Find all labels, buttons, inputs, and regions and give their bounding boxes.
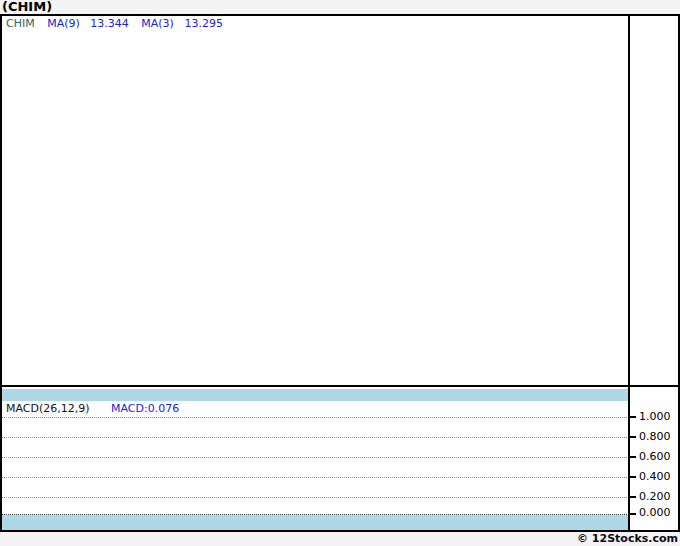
copyright-text: © 12Stocks.com (577, 532, 678, 545)
ma9-label: MA(9) (47, 17, 80, 30)
y-tick (630, 476, 636, 478)
separator-band-top (2, 389, 629, 401)
y-tick-label: 0.400 (639, 470, 671, 484)
ma3-value: 13.295 (184, 17, 223, 30)
symbol-label: CHIM (6, 17, 35, 30)
y-tick-label: 0.200 (639, 490, 671, 504)
y-tick (630, 416, 636, 418)
gridline-0.600 (2, 457, 629, 458)
y-tick (630, 456, 636, 458)
y-tick-label: 0.000 (639, 506, 671, 520)
y-tick (630, 496, 636, 498)
gridline-0.800 (2, 437, 629, 438)
separator-band-bottom (2, 515, 629, 530)
price-panel-legend: CHIM MA(9) 13.344 MA(3) 13.295 (6, 17, 223, 30)
y-tick (630, 513, 636, 515)
y-tick-label: 1.000 (639, 410, 671, 424)
macd-label: MACD(26,12,9) (6, 402, 90, 415)
y-tick-label: 0.800 (639, 430, 671, 444)
ma3-label: MA(3) (141, 17, 174, 30)
gridline-1.000 (2, 417, 629, 418)
ma9-value: 13.344 (90, 17, 129, 30)
page-title: (CHIM) (2, 0, 52, 14)
chart-frame: CHIM MA(9) 13.344 MA(3) 13.295 MACD(26,1… (0, 14, 680, 532)
macd-value: MACD:0.076 (111, 402, 179, 415)
gridline-0.400 (2, 477, 629, 478)
panel-divider-line (2, 385, 678, 387)
y-tick (630, 436, 636, 438)
macd-panel-legend: MACD(26,12,9) MACD:0.076 (6, 402, 179, 415)
gridline-0.200 (2, 497, 629, 498)
y-axis-line (628, 16, 630, 530)
y-tick-label: 0.600 (639, 450, 671, 464)
